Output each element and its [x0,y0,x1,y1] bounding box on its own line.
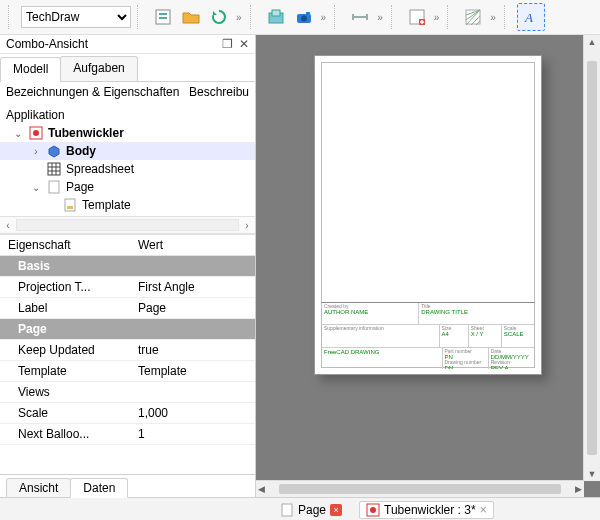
svg-point-6 [301,16,307,22]
vertical-scrollbar[interactable]: ▲▼ [583,35,600,481]
main-toolbar: TechDraw » » » » » A [0,0,600,35]
tree-header-labels: Bezeichnungen & Eigenschaften [6,85,189,99]
prop-val[interactable]: 1 [130,424,255,445]
prop-key: Template [0,361,130,382]
template-icon [62,197,78,213]
overflow-indicator[interactable]: » [375,12,385,23]
tree-item-body[interactable]: Body [66,144,96,158]
svg-rect-18 [67,206,73,209]
prop-val[interactable]: First Angle [130,277,255,298]
document-icon [366,503,380,517]
prop-val[interactable]: Page [130,298,255,319]
refresh-button[interactable] [206,4,232,30]
prop-val[interactable]: Template [130,361,255,382]
chevron-down-icon[interactable]: ⌄ [30,182,42,193]
prop-key: Keep Updated [0,340,130,361]
prop-group-basis: Basis [0,256,255,277]
overflow-indicator[interactable]: » [432,12,442,23]
close-icon[interactable]: ✕ [239,37,249,51]
tree-item-page[interactable]: Page [66,180,94,194]
document-icon [28,125,44,141]
dimension-button[interactable] [347,4,373,30]
insert-view-button[interactable] [263,4,289,30]
drawing-canvas[interactable]: Created byAUTHOR NAME TitleDRAWING TITLE… [256,35,600,497]
document-tabbar: Page × Tubenwickler : 3* × [0,497,600,520]
svg-rect-1 [159,13,167,15]
body-icon [46,143,62,159]
close-tab-icon[interactable]: × [330,504,342,516]
svg-rect-2 [159,17,167,19]
svg-text:A: A [524,10,533,25]
tree-item-template[interactable]: Template [82,198,131,212]
camera-button[interactable] [291,4,317,30]
prop-key: Views [0,382,130,403]
tree-hscrollbar[interactable]: ‹› [0,216,255,234]
annotate-button[interactable]: A [517,3,545,31]
title-block: Created byAUTHOR NAME TitleDRAWING TITLE… [322,302,534,367]
svg-point-21 [370,507,376,513]
new-page-button[interactable] [404,4,430,30]
svg-rect-17 [65,199,75,211]
new-doc-button[interactable] [150,4,176,30]
svg-rect-19 [282,504,292,516]
chevron-down-icon[interactable]: ⌄ [12,128,24,139]
prop-head-key: Eigenschaft [0,235,130,256]
svg-rect-7 [306,12,310,15]
tab-tasks[interactable]: Aufgaben [60,56,137,81]
prop-val[interactable]: true [130,340,255,361]
spreadsheet-icon [46,161,62,177]
page-icon [46,179,62,195]
tree-root[interactable]: Applikation [6,108,65,122]
doc-tab-document[interactable]: Tubenwickler : 3* × [359,501,494,519]
svg-rect-16 [49,181,59,193]
combo-panel: Combo-Ansicht ❐ ✕ Modell Aufgaben Bezeic… [0,35,256,497]
page-icon [280,503,294,517]
drawing-sheet[interactable]: Created byAUTHOR NAME TitleDRAWING TITLE… [314,55,542,375]
prop-key: Label [0,298,130,319]
svg-rect-15 [48,163,60,175]
prop-val[interactable]: 1,000 [130,403,255,424]
property-tabs: Ansicht Daten [0,474,255,497]
horizontal-scrollbar[interactable]: ◀▶ [256,480,584,497]
tree-header-desc: Beschreibu [189,85,249,99]
workbench-select[interactable]: TechDraw [21,6,131,28]
hatch-button[interactable] [460,4,486,30]
property-grid: EigenschaftWert Basis Projection T...Fir… [0,234,255,474]
drawing-area: Created byAUTHOR NAME TitleDRAWING TITLE… [256,35,600,497]
tree-item-spreadsheet[interactable]: Spreadsheet [66,162,134,176]
tab-model[interactable]: Modell [0,57,61,82]
overflow-indicator[interactable]: » [488,12,498,23]
model-tree[interactable]: Applikation ⌄Tubenwickler ›Body Spreadsh… [0,102,255,216]
svg-point-14 [33,130,39,136]
prop-key: Projection T... [0,277,130,298]
prop-key: Scale [0,403,130,424]
chevron-right-icon[interactable]: › [30,146,42,157]
tab-data[interactable]: Daten [70,478,128,498]
prop-key: Next Balloo... [0,424,130,445]
overflow-indicator[interactable]: » [234,12,244,23]
combo-tabs: Modell Aufgaben [0,54,255,82]
prop-val[interactable] [130,382,255,403]
overflow-indicator[interactable]: » [319,12,329,23]
prop-group-page: Page [0,319,255,340]
open-doc-button[interactable] [178,4,204,30]
close-tab-icon[interactable]: × [480,503,487,517]
tree-item-document[interactable]: Tubenwickler [48,126,124,140]
prop-head-val: Wert [130,235,255,256]
combo-title: Combo-Ansicht [6,37,88,51]
tab-view[interactable]: Ansicht [6,478,71,497]
undock-icon[interactable]: ❐ [222,37,233,51]
svg-rect-4 [272,10,280,16]
doc-tab-page[interactable]: Page × [273,501,349,519]
